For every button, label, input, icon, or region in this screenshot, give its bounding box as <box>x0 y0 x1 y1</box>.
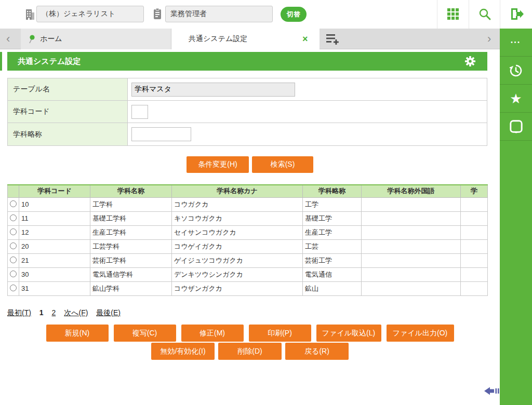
topbar-divider <box>437 0 437 29</box>
cell-name: 電気通信学科 <box>90 267 172 281</box>
table-row: 20 工芸学科 コウゲイガクカ 工芸 <box>8 239 488 253</box>
cell-extra <box>461 225 488 239</box>
cell-foreign <box>362 197 461 211</box>
back-button[interactable]: 戻る(R) <box>285 343 349 360</box>
cell-name: 工芸学科 <box>90 239 172 253</box>
action-button-row-1: 新規(N) 複写(C) 修正(M) 印刷(P) ファイル取込(L) ファイル出力… <box>0 325 500 342</box>
app-screen: 切替 ‹ <box>0 0 532 405</box>
row-select-radio[interactable] <box>10 271 17 277</box>
company-icon <box>24 8 35 23</box>
cell-kana: キソコウガクカ <box>172 211 303 225</box>
row-select-radio[interactable] <box>10 214 17 221</box>
tab-bar: ‹ ホーム × 共通システム設定 × › <box>0 29 500 49</box>
cell-foreign <box>362 253 461 267</box>
sidebar-more-button[interactable]: ••• <box>500 29 532 57</box>
cell-foreign <box>362 267 461 281</box>
right-sidebar: ••• ★ <box>500 29 532 405</box>
change-condition-button[interactable]: 条件変更(H) <box>187 156 249 173</box>
page-title: 共通システム設定 <box>7 52 487 71</box>
col-header-dept-foreign: 学科名称外国語 <box>362 185 461 197</box>
collapse-panel-arrow-icon[interactable] <box>484 386 500 398</box>
search-button-row: 条件変更(H) 検索(S) <box>0 156 500 173</box>
row-select-radio[interactable] <box>10 256 17 263</box>
delete-button[interactable]: 削除(D) <box>218 343 282 360</box>
print-button[interactable]: 印刷(P) <box>249 325 311 342</box>
edit-button[interactable]: 修正(M) <box>181 325 244 342</box>
pagination: 最初(T) 1 2 次へ(F) 最後(E) <box>7 308 127 318</box>
add-tab-icon[interactable] <box>325 33 340 48</box>
table-name-input[interactable] <box>131 83 295 97</box>
table-row: 12 生産工学科 セイサンコウガクカ 生産工学 <box>8 225 488 239</box>
dept-code-input[interactable] <box>131 105 148 119</box>
role-icon <box>152 8 163 22</box>
row-select-radio[interactable] <box>10 200 17 207</box>
copy-button[interactable]: 複写(C) <box>114 325 176 342</box>
new-button[interactable]: 新規(N) <box>46 325 109 342</box>
table-row: 11 基礎工学科 キソコウガクカ 基礎工学 <box>8 211 488 225</box>
role-input[interactable] <box>165 6 273 22</box>
tab-active-close-icon[interactable]: × <box>302 34 308 44</box>
dept-abbr-input[interactable] <box>131 127 191 141</box>
sidebar-memo-button[interactable] <box>500 113 532 141</box>
enable-disable-button[interactable]: 無効/有効化(I) <box>151 343 215 360</box>
cell-kana: デンキツウシンガクカ <box>172 267 303 281</box>
pagination-last[interactable]: 最後(E) <box>96 308 121 317</box>
form-row-table-name: テーブル名 <box>8 78 487 101</box>
cell-code: 30 <box>19 267 90 281</box>
top-bar: 切替 <box>0 0 532 29</box>
file-import-button[interactable]: ファイル取込(L) <box>316 325 381 342</box>
pagination-first[interactable]: 最初(T) <box>7 308 31 317</box>
table-row: 10 工学科 コウガクカ 工学 <box>8 197 488 211</box>
cell-foreign <box>362 239 461 253</box>
cell-code: 12 <box>19 225 90 239</box>
panel-title-bar: 共通システム設定 <box>7 52 487 71</box>
dept-code-label: 学科コード <box>8 101 128 123</box>
search-icon[interactable] <box>477 6 493 22</box>
logout-icon[interactable] <box>509 6 524 22</box>
search-button[interactable]: 検索(S) <box>252 156 313 173</box>
table-name-label: テーブル名 <box>8 78 128 100</box>
tabs-scroll-right-icon[interactable]: › <box>487 29 491 49</box>
history-icon <box>508 63 524 78</box>
tab-active-label: 共通システム設定 <box>189 34 247 44</box>
sidebar-favorites-button[interactable]: ★ <box>500 85 532 113</box>
row-select-radio[interactable] <box>10 228 17 235</box>
more-dots-icon: ••• <box>511 39 521 45</box>
cell-code: 20 <box>19 239 90 253</box>
sidebar-history-button[interactable] <box>500 57 532 85</box>
cell-kana: コウガクカ <box>172 197 303 211</box>
radio-column-header <box>8 185 19 197</box>
tab-home[interactable]: ホーム × <box>21 29 171 49</box>
cell-extra <box>461 239 488 253</box>
tabs-scroll-left-icon[interactable]: ‹ <box>6 29 10 49</box>
pagination-next[interactable]: 次へ(F) <box>64 308 88 317</box>
cell-abbr: 電気通信 <box>303 267 362 281</box>
cell-name: 鉱山学科 <box>90 281 172 295</box>
table-header-row: 学科コード 学科名称 学科名称カナ 学科略称 学科名称外国語 学 <box>8 185 488 197</box>
row-select-radio[interactable] <box>10 242 17 249</box>
file-export-button[interactable]: ファイル出力(O) <box>387 325 454 342</box>
col-header-clipped: 学 <box>461 185 488 197</box>
apps-grid-icon[interactable] <box>445 6 461 22</box>
col-header-dept-kana: 学科名称カナ <box>172 185 303 197</box>
cell-abbr: 工学 <box>303 197 362 211</box>
gear-icon[interactable] <box>464 56 476 69</box>
results-table: 学科コード 学科名称 学科名称カナ 学科略称 学科名称外国語 学 10 工学科 … <box>7 184 488 296</box>
cell-abbr: 生産工学 <box>303 225 362 239</box>
col-header-dept-code: 学科コード <box>19 185 90 197</box>
pagination-current-page: 1 <box>39 308 44 317</box>
cell-extra <box>461 211 488 225</box>
row-select-radio[interactable] <box>10 285 17 291</box>
cell-foreign <box>362 211 461 225</box>
cell-abbr: 基礎工学 <box>303 211 362 225</box>
search-condition-form: テーブル名 学科コード 学科略称 <box>7 78 487 146</box>
company-input[interactable] <box>36 6 144 22</box>
cell-abbr: 工芸 <box>303 239 362 253</box>
cell-kana: セイサンコウガクカ <box>172 225 303 239</box>
pagination-page-2[interactable]: 2 <box>51 308 56 317</box>
tab-common-system-settings[interactable]: 共通システム設定 × <box>171 29 320 49</box>
switch-button[interactable]: 切替 <box>281 7 307 22</box>
cell-kana: ゲイジュツコウガクカ <box>172 253 303 267</box>
title-accent-strip <box>0 52 2 71</box>
tab-home-label: ホーム <box>40 34 62 44</box>
